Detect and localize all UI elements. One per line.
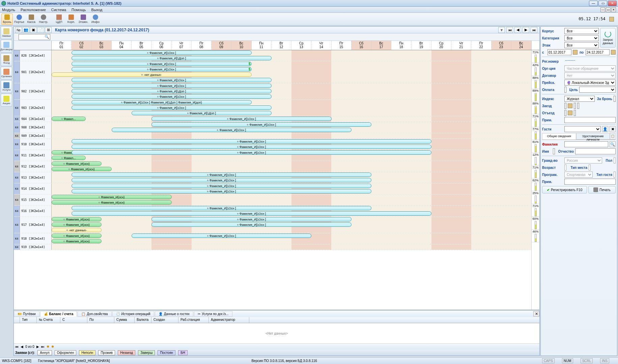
booking-bar[interactable]: Фамилия_И[1Осн ] xyxy=(72,94,272,99)
booking-bar[interactable]: Фамилия_И[1Осн ] xyxy=(72,150,431,155)
bars-area[interactable]: Фамил...Фамилия_И[1Осн ]Фамил... xyxy=(52,150,531,161)
bars-area[interactable]: Фамилия_И[1Осн ] Фамилия_И[1Доп ] Фамили… xyxy=(52,100,531,116)
booking-bar[interactable]: Фамилия_И(осн) xyxy=(52,222,102,227)
tab-uslugi[interactable]: ✂Услуги по дог./з... xyxy=(194,311,232,317)
booking-bar[interactable]: Фамилия_И[1Осн ] xyxy=(151,222,352,227)
tab-dopsvoistva[interactable]: 📋Доп.свойства xyxy=(78,311,111,317)
booking-bar[interactable]: -нет данных- xyxy=(52,228,102,232)
inp-familia[interactable] xyxy=(564,141,608,147)
booking-bar[interactable]: Фамилия_И[1Осн ] xyxy=(72,145,431,149)
zapros-button[interactable]: Запрос данных xyxy=(600,28,616,48)
tool-porte[interactable]: Портье xyxy=(13,13,25,25)
tool-cdp[interactable]: ЦДП xyxy=(53,13,65,25)
booking-bar[interactable]: Фамилия_И[1Осн ] xyxy=(72,189,371,193)
room-row[interactable]: К4 914 [3К2м1к4] Фамилия_И[1Осн ]Фамилия… xyxy=(14,183,539,194)
tab-putevki[interactable]: 🎫Путёвки xyxy=(14,311,39,317)
room-row[interactable]: К4 919 [3К2м1к4] xyxy=(14,244,539,250)
booking-bar[interactable]: Фамилия_И[1Осн ] xyxy=(72,178,371,182)
bars-area[interactable] xyxy=(52,133,531,139)
register-button[interactable]: ✔Регистрировать F10 xyxy=(542,186,587,193)
nav-star2[interactable]: ✱ xyxy=(51,345,54,348)
nav-last[interactable] xyxy=(531,27,537,33)
booking-bar[interactable]: Фамилия_И[1Осн ] xyxy=(72,184,371,188)
tab-balans[interactable]: 💰Баланс / счета xyxy=(40,311,77,317)
tab-istoriya[interactable]: 🕘История операций xyxy=(112,311,154,317)
booking-bar[interactable]: Фамилия_И[1Доп ] xyxy=(72,56,272,60)
tab-more[interactable]: 📋 xyxy=(610,133,616,140)
room-row[interactable]: К4 903 [1К2м2к4] Фамилия_И[1Осн ] Фамили… xyxy=(14,100,539,116)
gantt-btn-3[interactable]: ▣ xyxy=(30,27,37,33)
booking-bar[interactable]: Фамил... xyxy=(52,117,86,121)
booking-bar[interactable]: Фамилия_И[1Осн ] xyxy=(112,128,352,132)
room-row[interactable]: К4 913 [3К2м1к4] Фамилия_И[1Осн ]Фамилия… xyxy=(14,172,539,183)
search-input[interactable]: 🔍 xyxy=(19,34,50,40)
booking-bar[interactable]: Фамилия_И[1Осн ] xyxy=(151,217,352,221)
room-row[interactable]: К4 908 [3К2м1к4] Фамилия_И[1Осн ]Фамилия… xyxy=(14,122,539,133)
mdi-close[interactable]: ✕ xyxy=(611,7,616,12)
grid-col-header[interactable]: С xyxy=(60,317,87,323)
grid-col-header[interactable]: Создан xyxy=(151,317,178,323)
bars-area[interactable]: Фамилия_И[1Осн ]Фамилия_И[1Осн ] xyxy=(52,122,531,133)
menu-exit[interactable]: Выход xyxy=(91,8,103,12)
tab-obshie[interactable]: Общие сведения xyxy=(542,133,576,140)
minimize-button[interactable]: — xyxy=(589,1,598,6)
nav-last-icon[interactable]: ⏭ xyxy=(41,345,45,348)
booking-bar[interactable]: Фамилия_И[1Осн ] xyxy=(72,51,251,55)
bars-area[interactable]: Фамилия_И[1Осн ]$Фамилия_И[1Осн ]$-нет д… xyxy=(52,61,531,83)
side-zayavki[interactable]: Заявки xyxy=(1,26,12,39)
bottom-close[interactable]: ✕ xyxy=(533,311,539,316)
gantt-body[interactable]: К4 826 [2К1м1к4] Фамилия_И[1Осн ]Фамилия… xyxy=(14,50,539,310)
menu-system[interactable]: Система xyxy=(51,8,66,12)
side-dogovory[interactable]: Договоры xyxy=(1,40,12,53)
menu-location[interactable]: Расположение xyxy=(21,8,46,12)
grid-col-header[interactable]: Администратор xyxy=(209,317,249,323)
bars-area[interactable] xyxy=(52,244,531,250)
side-fond[interactable]: Фонд xyxy=(1,53,12,66)
booking-bar[interactable]: Фамилия_И[1Осн ] xyxy=(72,84,272,88)
booking-bar[interactable]: Фамилия_И(осн) xyxy=(52,217,102,221)
tool-nastr[interactable]: Настр. xyxy=(38,13,49,25)
nav-first[interactable] xyxy=(506,27,513,33)
bars-area[interactable]: Фамилия_И[1Осн ]Фамилия_И[1Осн ] xyxy=(52,172,531,183)
inp-otezd-date[interactable] xyxy=(564,110,566,116)
room-row[interactable]: К4 902 [1К2м2к4] Фамилия_И[1Осн ]Фамилия… xyxy=(14,83,539,100)
inp-otchestvo[interactable] xyxy=(575,148,616,154)
gantt-btn-5[interactable]: ⊞ xyxy=(45,27,52,33)
lookup-button[interactable]: 🔍 xyxy=(610,141,616,147)
menu-module[interactable]: Модуль xyxy=(2,8,15,12)
booking-bar[interactable]: Фамилия_И[1Доп ] xyxy=(132,111,272,115)
grid-col-header[interactable]: Тип xyxy=(20,317,37,323)
menu-help[interactable]: Помощь xyxy=(72,8,86,12)
inp-zaezd-date[interactable] xyxy=(564,103,566,109)
bars-area[interactable]: Фамилия_И(осн)Фамилия_И[1Осн ]Фамилия_И(… xyxy=(52,233,531,244)
tool-kassa[interactable]: Касса xyxy=(26,13,37,25)
gantt-btn-2[interactable]: 👥 xyxy=(23,27,29,33)
room-row[interactable]: К4 915 [3К2м1к4] Фамилия_И(осн)Фамилия_И… xyxy=(14,194,539,206)
nav-next-icon[interactable]: ▶ xyxy=(36,345,39,348)
booking-bar[interactable]: Фамилия_И(осн) xyxy=(52,161,102,166)
bars-area[interactable]: Фамилия_И[1Осн ]Фамилия_И[1Осн ] xyxy=(52,139,531,150)
mdi-restore[interactable]: ▭ xyxy=(606,7,611,12)
bars-area[interactable]: Фамилия_И[1Осн ]Фамилия_И[1Осн ] xyxy=(52,206,531,216)
bars-area[interactable]: Фамилия_И[1Осн ]Фамилия_И[1Доп ] xyxy=(52,50,531,61)
booking-bar[interactable]: Фамилия_И[1Доп ] xyxy=(72,89,272,93)
tab-udost[interactable]: Удостоверение личности xyxy=(576,133,610,140)
sel-gosti[interactable] xyxy=(564,126,601,132)
booking-bar[interactable]: Фамилия_И(осн) xyxy=(52,239,102,243)
bars-area[interactable]: Фамилия_И(осн)Фамилия_И(осн) xyxy=(52,194,531,205)
room-row[interactable]: К4 904 [2К1м1к4] Фамил...Фамилия_И[1Осн … xyxy=(14,116,539,122)
booking-bar[interactable]: Фамилия_И[1Осн ] Фамилия_И[1Доп ] Фамили… xyxy=(72,100,251,104)
tool-info[interactable]: Инфо xyxy=(90,13,101,25)
booking-bar[interactable]: Фамилия_И(осн) xyxy=(52,167,112,171)
bars-area[interactable]: Фамилия_И(осн)Фамилия_И[1Осн ]Фамилия_И(… xyxy=(52,217,531,233)
nav-prev[interactable] xyxy=(514,27,521,33)
grid-col-header[interactable] xyxy=(14,317,20,323)
room-row[interactable]: К4 911 [3К2м1к4] Фамил...Фамилия_И[1Осн … xyxy=(14,150,539,161)
calendar-to-icon[interactable] xyxy=(611,50,616,55)
bars-area[interactable]: Фамилия_И(осн)Фамилия_И(осн) xyxy=(52,161,531,172)
side-akcii[interactable]: Акции xyxy=(1,94,12,107)
otezd-cal-icon[interactable] xyxy=(568,111,572,115)
grid-col-header[interactable]: Раб.станция xyxy=(178,317,209,323)
tab-dannye[interactable]: 👤Данные о гостях xyxy=(155,311,193,317)
sel-etazh[interactable]: Все xyxy=(564,42,599,48)
